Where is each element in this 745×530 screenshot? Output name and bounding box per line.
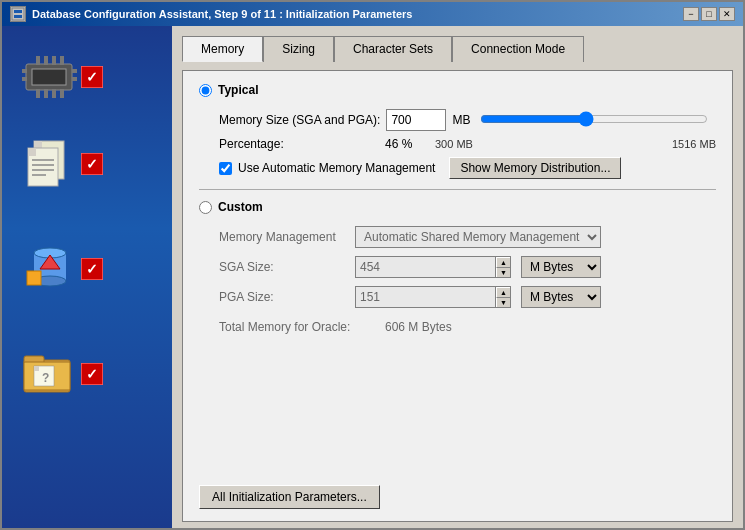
svg-rect-15 [72, 69, 77, 73]
close-button[interactable]: ✕ [719, 7, 735, 21]
memory-mgmt-label: Memory Management [219, 230, 349, 244]
database-shapes-icon [22, 241, 77, 296]
custom-radio[interactable] [199, 201, 212, 214]
typical-section: Memory Size (SGA and PGA): MB Percentage… [219, 109, 716, 179]
window-controls: − □ ✕ [683, 7, 735, 21]
pga-unit-select[interactable]: M Bytes [521, 286, 601, 308]
sga-spin-up[interactable]: ▲ [496, 257, 510, 267]
total-memory-label: Total Memory for Oracle: [219, 320, 379, 334]
title-bar: Database Configuration Assistant, Step 9… [2, 2, 743, 26]
svg-rect-2 [14, 15, 22, 18]
svg-rect-11 [52, 89, 56, 98]
folder-question-icon: ? [22, 346, 77, 401]
pga-input[interactable] [355, 286, 495, 308]
sga-size-row: SGA Size: ▲ ▼ M Bytes [219, 256, 716, 278]
total-memory-value: 606 M Bytes [385, 320, 452, 334]
memory-mgmt-select[interactable]: Automatic Shared Memory Management [355, 226, 601, 248]
tab-memory[interactable]: Memory [182, 36, 263, 62]
pga-input-container: ▲ ▼ [355, 286, 511, 308]
memory-slider[interactable] [480, 110, 708, 128]
pga-spin-up[interactable]: ▲ [496, 287, 510, 297]
documents-icon [22, 136, 77, 191]
svg-text:?: ? [42, 371, 49, 385]
svg-rect-22 [28, 148, 36, 156]
svg-rect-13 [22, 69, 27, 73]
memory-size-row: Memory Size (SGA and PGA): MB [219, 109, 716, 131]
check-badge-1: ✓ [81, 66, 103, 88]
svg-text:✓: ✓ [86, 156, 98, 172]
tab-connection-mode[interactable]: Connection Mode [452, 36, 584, 62]
tab-sizing[interactable]: Sizing [263, 36, 334, 62]
svg-rect-41 [34, 366, 39, 371]
memory-unit-label: MB [452, 113, 470, 127]
tabs-container: Memory Sizing Character Sets Connection … [182, 36, 733, 62]
range-max: 1516 MB [672, 138, 716, 150]
sga-spin-down[interactable]: ▼ [496, 267, 510, 277]
content-panel: Typical Memory Size (SGA and PGA): MB Pe… [182, 70, 733, 522]
auto-memory-row: Use Automatic Memory Management Show Mem… [219, 157, 716, 179]
svg-rect-1 [14, 10, 22, 13]
total-memory-row: Total Memory for Oracle: 606 M Bytes [219, 320, 716, 334]
svg-rect-12 [60, 89, 64, 98]
svg-rect-16 [72, 77, 77, 81]
check-badge-2: ✓ [81, 153, 103, 175]
check-badge-4: ✓ [81, 363, 103, 385]
sga-input-container: ▲ ▼ [355, 256, 511, 278]
svg-text:✓: ✓ [86, 261, 98, 277]
tab-character-sets[interactable]: Character Sets [334, 36, 452, 62]
left-panel: ✓ ✓ [2, 26, 172, 530]
auto-memory-checkbox[interactable] [219, 162, 232, 175]
right-panel: Memory Sizing Character Sets Connection … [172, 26, 743, 530]
window-title: Database Configuration Assistant, Step 9… [32, 8, 677, 20]
memory-mgmt-row: Memory Management Automatic Shared Memor… [219, 226, 716, 248]
custom-section: Memory Management Automatic Shared Memor… [219, 226, 716, 334]
svg-rect-4 [32, 69, 66, 85]
sga-unit-select[interactable]: M Bytes [521, 256, 601, 278]
typical-label[interactable]: Typical [218, 83, 258, 97]
auto-memory-label[interactable]: Use Automatic Memory Management [238, 161, 435, 175]
pga-spin-buttons: ▲ ▼ [495, 286, 511, 308]
typical-radio-row: Typical [199, 83, 716, 97]
svg-text:✓: ✓ [86, 69, 98, 85]
percentage-row: Percentage: 46 % 300 MB 1516 MB [219, 137, 716, 151]
pga-spin-down[interactable]: ▼ [496, 297, 510, 307]
svg-rect-9 [36, 89, 40, 98]
svg-rect-14 [22, 77, 27, 81]
check-badge-3: ✓ [81, 258, 103, 280]
svg-rect-10 [44, 89, 48, 98]
pga-label: PGA Size: [219, 290, 349, 304]
sga-spin-buttons: ▲ ▼ [495, 256, 511, 278]
typical-radio[interactable] [199, 84, 212, 97]
minimize-button[interactable]: − [683, 7, 699, 21]
app-icon [10, 6, 26, 22]
sga-label: SGA Size: [219, 260, 349, 274]
custom-radio-row: Custom [199, 200, 716, 214]
svg-rect-6 [44, 56, 48, 65]
maximize-button[interactable]: □ [701, 7, 717, 21]
memory-size-input[interactable] [386, 109, 446, 131]
init-params-button[interactable]: All Initialization Parameters... [199, 485, 380, 509]
svg-rect-7 [52, 56, 56, 65]
main-container: ✓ ✓ [2, 26, 743, 530]
custom-label[interactable]: Custom [218, 200, 263, 214]
svg-text:✓: ✓ [86, 366, 98, 382]
range-min: 300 MB [435, 138, 485, 150]
percentage-label: Percentage: [219, 137, 379, 151]
svg-rect-33 [27, 271, 41, 285]
init-params-container: All Initialization Parameters... [199, 481, 716, 509]
divider [199, 189, 716, 190]
svg-rect-5 [36, 56, 40, 65]
svg-rect-0 [12, 8, 24, 20]
percentage-value: 46 % [385, 137, 425, 151]
sga-input[interactable] [355, 256, 495, 278]
content-spacer [199, 342, 716, 473]
pga-size-row: PGA Size: ▲ ▼ M Bytes [219, 286, 716, 308]
svg-rect-8 [60, 56, 64, 65]
memory-size-label: Memory Size (SGA and PGA): [219, 113, 380, 127]
show-memory-button[interactable]: Show Memory Distribution... [449, 157, 621, 179]
chip-icon [22, 56, 77, 98]
